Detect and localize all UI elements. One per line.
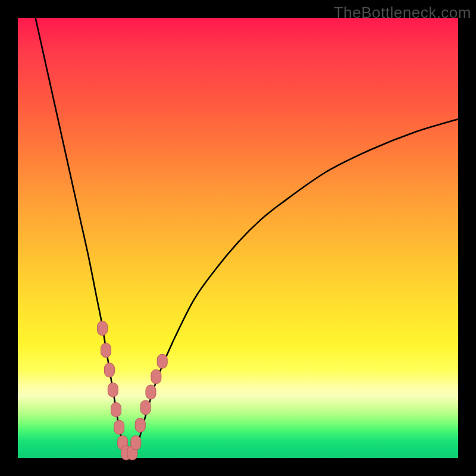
marker-point [108,383,118,397]
marker-point [98,321,108,336]
bottleneck-curve [36,18,458,459]
chart-plot-area [18,18,458,458]
marker-point [111,403,121,417]
marker-point [131,436,141,450]
marker-point [135,418,145,433]
marker-point [140,400,151,415]
highlight-points [98,321,168,460]
chart-svg [18,18,458,458]
watermark-text: TheBottleneck.com [334,4,471,22]
marker-point [151,369,161,384]
marker-point [114,420,124,434]
marker-point [157,354,167,368]
marker-point [104,363,114,377]
marker-point [101,343,111,358]
chart-frame: TheBottleneck.com [0,0,476,476]
marker-point [146,385,156,399]
